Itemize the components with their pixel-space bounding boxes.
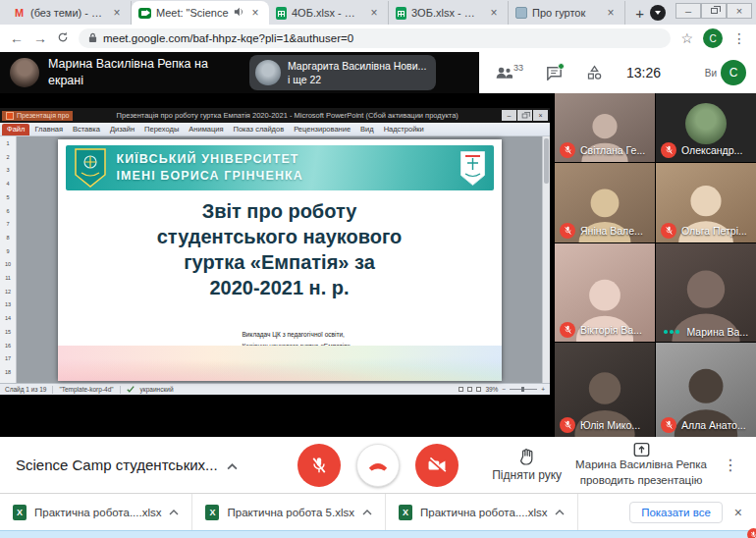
participant-tile[interactable]: Марина Ва...: [656, 243, 756, 342]
camera-off-button[interactable]: [415, 444, 459, 487]
clock: 13:26: [626, 65, 661, 81]
new-tab-button[interactable]: +: [629, 3, 650, 25]
mic-off-button[interactable]: [297, 444, 341, 487]
browser-profile-avatar[interactable]: C: [703, 28, 723, 48]
chat-notification-dot: [558, 63, 565, 70]
close-window-button[interactable]: ×: [727, 3, 752, 19]
excel-file-icon: X: [399, 505, 412, 520]
close-downloads-icon[interactable]: ×: [734, 505, 742, 520]
minimize-button[interactable]: –: [675, 3, 701, 19]
reload-icon[interactable]: [57, 30, 69, 46]
bookmark-star-icon[interactable]: ☆: [680, 30, 693, 46]
ppt-minimize-button[interactable]: –: [502, 110, 516, 121]
window-controls: – ×: [675, 3, 752, 19]
tab-meet-active[interactable]: Meet: "Science ×: [132, 1, 269, 25]
language-indicator[interactable]: украинский: [140, 386, 174, 393]
zoom-slider[interactable]: [510, 389, 537, 390]
participant-tile[interactable]: Яніна Вале...: [555, 163, 655, 242]
slide-header-banner: КИЇВСЬКИЙ УНІВЕРСИТЕТ ІМЕНІ БОРИСА ГРІНЧ…: [66, 145, 494, 190]
download-item[interactable]: X Практична робота....xlsx: [386, 494, 578, 530]
raise-hand-button[interactable]: Підняти руку: [492, 448, 562, 482]
close-icon[interactable]: ×: [367, 6, 381, 20]
ppt-status-bar: Слайд 1 из 19 "Template-korp-4d" украинс…: [0, 383, 550, 395]
powerpoint-window: Презентація про Презентація про роботу г…: [0, 108, 550, 395]
slide-thumbnail-panel[interactable]: 1 2 3 4 5 6 7 8 9 10 11 12 13 14 15 16 1…: [0, 136, 17, 383]
show-all-downloads-button[interactable]: Показати все: [629, 502, 723, 523]
browser-menu-icon[interactable]: ⋮: [732, 30, 746, 46]
self-mic-muted-icon: [747, 528, 756, 538]
tab-sheets-3ob[interactable]: 3ОБ.xlsx - Google Т ×: [389, 1, 509, 25]
participant-name: Вікторія Ва...: [580, 324, 642, 336]
ribbon-tab-review[interactable]: Рецензирование: [289, 124, 355, 135]
hang-up-button[interactable]: [356, 444, 400, 487]
normal-view-icon[interactable]: [459, 387, 463, 392]
restore-icon: [522, 113, 528, 118]
participant-count: 33: [513, 63, 523, 73]
ppt-scrollbar[interactable]: [542, 136, 550, 383]
presenting-status[interactable]: Марина Василівна Репка проводить презент…: [575, 442, 707, 488]
mic-muted-icon: [560, 142, 575, 158]
scrollbar-thumb[interactable]: [544, 138, 549, 184]
chevron-up-icon[interactable]: [169, 510, 179, 515]
restore-icon: [711, 8, 718, 14]
ribbon-tab-animations[interactable]: Анимация: [184, 124, 228, 135]
tab-audio-icon[interactable]: [234, 7, 243, 19]
chevron-up-icon[interactable]: [555, 510, 565, 515]
you-label: Ви: [705, 68, 717, 79]
chevron-up-icon[interactable]: [362, 510, 372, 515]
ribbon-tab-slideshow[interactable]: Показ слайдов: [229, 124, 290, 135]
download-item[interactable]: X Практична робота....xlsx: [0, 494, 192, 530]
participant-name: Світлана Ге...: [580, 144, 645, 156]
participants-pill[interactable]: Маргарита Василівна Нови... і ще 22: [249, 55, 436, 90]
page-bottom-edge: [0, 530, 756, 538]
chat-button[interactable]: [546, 66, 563, 81]
forward-icon[interactable]: →: [33, 30, 47, 46]
url-text: meet.google.com/baf-hhpz-kqe?pli=1&authu…: [103, 32, 353, 44]
slideshow-view-icon[interactable]: [476, 387, 481, 392]
participants-button[interactable]: 33: [495, 66, 522, 80]
participant-tile[interactable]: Олександр...: [656, 93, 756, 162]
close-icon[interactable]: ×: [248, 6, 262, 20]
ribbon-tab-file[interactable]: Файл: [2, 124, 29, 135]
close-icon[interactable]: ×: [487, 6, 501, 20]
back-icon[interactable]: ←: [10, 30, 24, 46]
browser-toolbar: ← → meet.google.com/baf-hhpz-kqe?pli=1&a…: [0, 25, 756, 52]
participant-tile[interactable]: Ольга Петрі...: [656, 163, 756, 242]
restore-button[interactable]: [701, 3, 727, 19]
sorter-view-icon[interactable]: [467, 387, 472, 392]
ribbon-tab-view[interactable]: Вид: [355, 124, 379, 135]
ppt-close-button[interactable]: ×: [533, 110, 548, 121]
download-item[interactable]: X Практична робота 5.xlsx: [192, 494, 386, 530]
participant-tile[interactable]: Вікторія Ва...: [555, 243, 655, 342]
tab-gmail[interactable]: M (без теми) - s.krav ×: [6, 1, 132, 25]
pill-participant-name: Маргарита Василівна Нови...: [288, 60, 426, 72]
zoom-out-icon[interactable]: −: [502, 386, 506, 393]
ribbon-tab-transitions[interactable]: Переходы: [139, 124, 184, 135]
university-name-line2: ІМЕНІ БОРИСА ГРІНЧЕНКА: [117, 169, 303, 183]
spellcheck-icon[interactable]: [127, 385, 135, 394]
excel-file-icon: X: [205, 505, 219, 520]
address-bar[interactable]: meet.google.com/baf-hhpz-kqe?pli=1&authu…: [79, 28, 671, 48]
self-view[interactable]: Ви C: [705, 60, 746, 85]
ribbon-tab-addins[interactable]: Надстройки: [379, 124, 429, 135]
more-options-icon[interactable]: ⋮: [721, 456, 740, 474]
zoom-in-icon[interactable]: +: [541, 386, 545, 393]
close-icon[interactable]: ×: [604, 6, 618, 20]
mic-muted-icon: [560, 417, 575, 433]
tab-sheets-4ob[interactable]: 4ОБ.xlsx - Google Т ×: [269, 1, 389, 25]
activities-button[interactable]: [586, 65, 603, 81]
tab-title: 4ОБ.xlsx - Google Т: [292, 7, 362, 19]
meeting-details-chevron-icon[interactable]: [227, 457, 238, 474]
ribbon-tab-insert[interactable]: Вставка: [68, 124, 105, 135]
participant-tile[interactable]: Світлана Ге...: [555, 93, 655, 162]
media-control-button[interactable]: [650, 5, 666, 21]
close-icon[interactable]: ×: [110, 6, 124, 20]
ribbon-tab-design[interactable]: Дизайн: [105, 124, 139, 135]
tab-pro-gurtok[interactable]: Про гурток ×: [509, 1, 625, 25]
meeting-name[interactable]: Science Camp студентських...: [16, 457, 218, 473]
participant-tile[interactable]: Юлія Мико...: [555, 343, 655, 437]
ribbon-tab-home[interactable]: Главная: [29, 124, 68, 135]
participant-tile[interactable]: Алла Анато...: [656, 343, 756, 437]
ppt-restore-button[interactable]: [517, 110, 532, 121]
ppt-taskbar-chip[interactable]: Презентація про: [2, 111, 73, 121]
